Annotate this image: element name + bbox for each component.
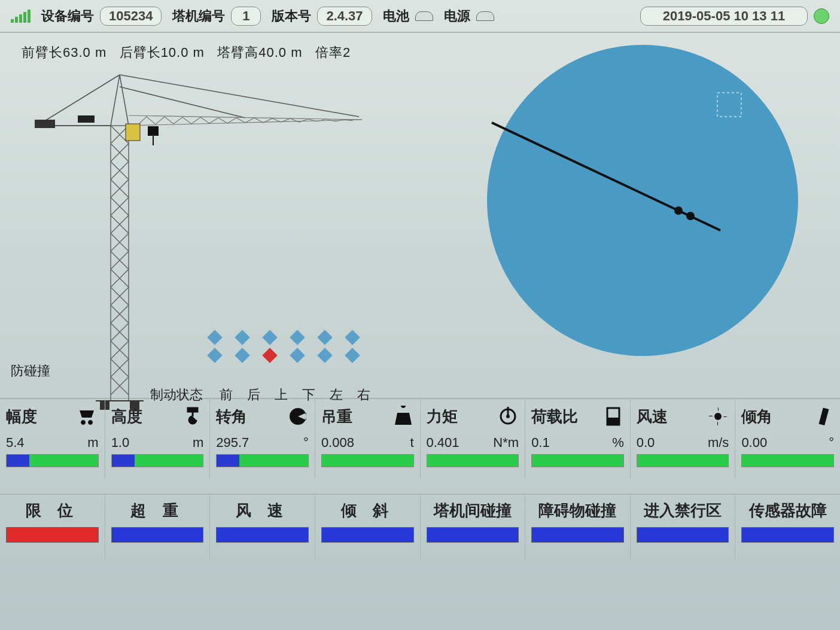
metric-moment: 力矩 0.401N*m bbox=[421, 399, 526, 479]
battery-icon bbox=[415, 11, 433, 21]
brake-back-2 bbox=[235, 348, 249, 363]
hook-icon bbox=[182, 406, 203, 427]
datetime-value: 2019-05-05 10 13 11 bbox=[640, 7, 808, 26]
alarm-obstacle: 障碍物碰撞 bbox=[525, 495, 631, 559]
alarm-tilt-bar bbox=[321, 527, 414, 543]
metric-moment-label: 力矩 bbox=[427, 406, 458, 427]
svg-line-8 bbox=[120, 87, 245, 118]
alarm-limit-bar bbox=[6, 527, 99, 543]
metric-load: 吊重 0.008t bbox=[315, 399, 421, 479]
trolley-icon bbox=[77, 406, 99, 427]
brake-right-2 bbox=[345, 348, 360, 363]
alarm-intercrane-bar bbox=[427, 527, 519, 543]
alarm-tilt: 倾 斜 bbox=[315, 495, 421, 559]
main-panel: 前臂长63.0 m 后臂长10.0 m 塔臂高40.0 m 倍率2 防碰撞 bbox=[0, 33, 840, 398]
metric-loadratio: 荷载比 0.1% bbox=[525, 399, 631, 479]
spec-line: 前臂长63.0 m 后臂长10.0 m 塔臂高40.0 m 倍率2 bbox=[22, 44, 351, 62]
alarms-row: 限 位 超 重 风 速 倾 斜 塔机间碰撞 障碍物碰撞 进入禁行区 传感器故障 bbox=[0, 494, 840, 559]
metric-amplitude-bar bbox=[6, 454, 99, 467]
svg-line-4 bbox=[111, 75, 120, 126]
alarm-overload-bar bbox=[111, 527, 204, 543]
alarm-wind: 风 速 bbox=[210, 495, 315, 559]
alarm-intercrane: 塔机间碰撞 bbox=[421, 495, 526, 559]
brake-up-2 bbox=[262, 348, 277, 363]
weight-icon bbox=[392, 406, 414, 427]
metric-height: 高度 1.0m bbox=[105, 399, 211, 479]
metric-tilt-bar bbox=[741, 454, 834, 467]
brake-back-1 bbox=[235, 330, 249, 345]
svg-rect-26 bbox=[819, 407, 829, 425]
counterweight-icon bbox=[35, 120, 55, 128]
svg-rect-24 bbox=[607, 418, 619, 425]
alarm-sensor-bar bbox=[741, 527, 834, 543]
metric-load-label: 吊重 bbox=[321, 406, 352, 427]
crane-id-value: 1 bbox=[231, 7, 261, 26]
svg-point-25 bbox=[714, 413, 722, 420]
metric-height-label: 高度 bbox=[111, 406, 142, 427]
version-label: 版本号 bbox=[272, 7, 311, 25]
device-id-label: 设备编号 bbox=[41, 7, 94, 25]
tilt-icon bbox=[812, 406, 834, 427]
header-bar: 设备编号 105234 塔机编号 1 版本号 2.4.37 电池 电源 2019… bbox=[0, 0, 840, 33]
alarm-zone-bar bbox=[637, 527, 729, 543]
metric-load-bar bbox=[321, 454, 414, 467]
brake-front-2 bbox=[207, 348, 222, 363]
rotation-radar bbox=[481, 39, 804, 362]
svg-point-15 bbox=[487, 45, 798, 356]
brake-front-1 bbox=[207, 330, 222, 345]
metric-moment-bar bbox=[427, 454, 519, 467]
alarm-overload: 超 重 bbox=[105, 495, 211, 559]
brake-down-2 bbox=[290, 348, 305, 363]
metric-wind-bar bbox=[637, 454, 729, 467]
metric-rotation: 转角 295.7° bbox=[210, 399, 315, 479]
signal-icon bbox=[11, 10, 31, 23]
brake-down-1 bbox=[290, 330, 305, 345]
svg-rect-13 bbox=[148, 126, 159, 136]
metrics-row: 幅度 5.4m 高度 1.0m 转角 295.7° 吊重 0.008t 力矩 bbox=[0, 398, 840, 479]
metric-amplitude-label: 幅度 bbox=[6, 406, 37, 427]
alarm-zone: 进入禁行区 bbox=[631, 495, 736, 559]
metric-height-bar bbox=[111, 454, 204, 467]
brake-status-grid bbox=[209, 332, 358, 368]
cab-icon bbox=[126, 124, 140, 141]
metric-rotation-label: 转角 bbox=[216, 406, 247, 427]
brake-left-2 bbox=[317, 348, 332, 363]
wind-icon bbox=[707, 406, 729, 427]
brake-right-1 bbox=[345, 330, 360, 345]
alarm-limit: 限 位 bbox=[0, 495, 105, 559]
svg-line-5 bbox=[120, 75, 129, 126]
version-value: 2.4.37 bbox=[317, 7, 372, 26]
metric-wind-label: 风速 bbox=[637, 406, 668, 427]
brake-up-1 bbox=[262, 330, 277, 345]
svg-rect-10 bbox=[78, 115, 95, 123]
alarm-sensor: 传感器故障 bbox=[735, 495, 840, 559]
svg-point-18 bbox=[674, 206, 683, 215]
svg-point-19 bbox=[686, 212, 695, 220]
moment-icon bbox=[497, 406, 519, 427]
svg-rect-0 bbox=[111, 126, 129, 401]
device-id-value: 105234 bbox=[100, 7, 162, 26]
alarm-obstacle-bar bbox=[531, 527, 624, 543]
power-label: 电源 bbox=[444, 7, 470, 25]
load-ratio-icon bbox=[602, 406, 624, 427]
alarm-wind-bar bbox=[216, 527, 309, 543]
power-icon bbox=[476, 11, 494, 21]
metric-loadratio-bar bbox=[531, 454, 624, 467]
metric-amplitude: 幅度 5.4m bbox=[0, 399, 105, 479]
battery-label: 电池 bbox=[383, 7, 409, 25]
crane-id-label: 塔机编号 bbox=[172, 7, 225, 25]
brake-left-1 bbox=[317, 330, 332, 345]
metric-tilt: 倾角 0.00° bbox=[735, 399, 840, 479]
metric-rotation-bar bbox=[216, 454, 309, 467]
svg-point-22 bbox=[506, 415, 510, 418]
metric-loadratio-label: 荷载比 bbox=[531, 406, 578, 427]
angle-icon bbox=[287, 406, 309, 427]
metric-wind: 风速 0.0m/s bbox=[631, 399, 736, 479]
status-dot-icon bbox=[814, 8, 829, 24]
metric-tilt-label: 倾角 bbox=[741, 406, 772, 427]
